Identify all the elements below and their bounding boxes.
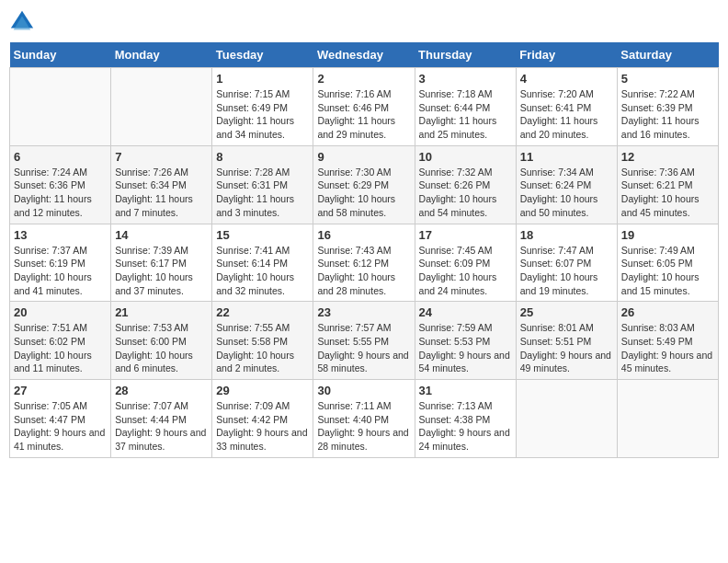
calendar-cell: 6Sunrise: 7:24 AMSunset: 6:36 PMDaylight… [10,145,111,224]
weekday-header: Monday [111,42,212,68]
calendar-cell: 13Sunrise: 7:37 AMSunset: 6:19 PMDayligh… [10,224,111,302]
day-number: 12 [621,150,714,164]
day-number: 15 [216,228,309,242]
day-number: 13 [14,228,107,242]
day-number: 14 [115,228,208,242]
day-info: Sunrise: 7:49 AMSunset: 6:05 PMDaylight:… [621,244,714,298]
calendar-week-row: 13Sunrise: 7:37 AMSunset: 6:19 PMDayligh… [10,224,719,302]
day-info: Sunrise: 7:05 AMSunset: 4:47 PMDaylight:… [14,399,107,454]
day-info: Sunrise: 7:45 AMSunset: 6:09 PMDaylight:… [419,244,512,298]
calendar-cell: 1Sunrise: 7:15 AMSunset: 6:49 PMDaylight… [212,68,313,146]
day-info: Sunrise: 7:16 AMSunset: 6:46 PMDaylight:… [317,87,410,142]
day-info: Sunrise: 7:43 AMSunset: 6:12 PMDaylight:… [317,244,410,298]
weekday-header: Saturday [617,42,718,68]
calendar-cell: 8Sunrise: 7:28 AMSunset: 6:31 PMDaylight… [212,145,313,224]
calendar-cell: 21Sunrise: 7:53 AMSunset: 6:00 PMDayligh… [111,302,212,380]
calendar-table: SundayMondayTuesdayWednesdayThursdayFrid… [9,42,719,458]
calendar-cell: 26Sunrise: 8:03 AMSunset: 5:49 PMDayligh… [617,302,718,380]
calendar-week-row: 27Sunrise: 7:05 AMSunset: 4:47 PMDayligh… [10,380,719,458]
day-number: 22 [216,305,309,319]
weekday-header: Friday [516,42,617,68]
day-number: 27 [14,384,107,397]
calendar-cell: 11Sunrise: 7:34 AMSunset: 6:24 PMDayligh… [516,145,617,224]
header-row: SundayMondayTuesdayWednesdayThursdayFrid… [10,42,719,68]
day-info: Sunrise: 7:18 AMSunset: 6:44 PMDaylight:… [419,87,512,142]
calendar-cell: 16Sunrise: 7:43 AMSunset: 6:12 PMDayligh… [313,224,415,302]
day-info: Sunrise: 7:57 AMSunset: 5:55 PMDaylight:… [317,321,410,375]
day-info: Sunrise: 8:01 AMSunset: 5:51 PMDaylight:… [520,321,613,375]
calendar-cell: 3Sunrise: 7:18 AMSunset: 6:44 PMDaylight… [415,68,516,146]
day-number: 1 [216,72,309,86]
day-number: 29 [216,384,309,397]
calendar-cell: 5Sunrise: 7:22 AMSunset: 6:39 PMDaylight… [617,68,718,146]
calendar-cell: 25Sunrise: 8:01 AMSunset: 5:51 PMDayligh… [516,302,617,380]
day-info: Sunrise: 7:53 AMSunset: 6:00 PMDaylight:… [115,321,208,375]
calendar-cell: 19Sunrise: 7:49 AMSunset: 6:05 PMDayligh… [617,224,718,302]
calendar-cell [10,68,111,146]
weekday-header: Thursday [415,42,516,68]
day-info: Sunrise: 7:07 AMSunset: 4:44 PMDaylight:… [115,399,208,454]
calendar-cell: 30Sunrise: 7:11 AMSunset: 4:40 PMDayligh… [313,380,415,458]
calendar-cell: 23Sunrise: 7:57 AMSunset: 5:55 PMDayligh… [313,302,415,380]
calendar-cell [516,380,617,458]
weekday-header: Wednesday [313,42,415,68]
calendar-cell: 10Sunrise: 7:32 AMSunset: 6:26 PMDayligh… [415,145,516,224]
day-number: 31 [419,384,512,397]
day-info: Sunrise: 7:51 AMSunset: 6:02 PMDaylight:… [14,321,107,375]
day-number: 21 [115,305,208,319]
day-info: Sunrise: 7:26 AMSunset: 6:34 PMDaylight:… [115,166,208,220]
calendar-cell: 20Sunrise: 7:51 AMSunset: 6:02 PMDayligh… [10,302,111,380]
day-info: Sunrise: 7:15 AMSunset: 6:49 PMDaylight:… [216,87,309,142]
calendar-cell: 15Sunrise: 7:41 AMSunset: 6:14 PMDayligh… [212,224,313,302]
day-number: 9 [317,150,410,164]
calendar-cell [617,380,718,458]
day-number: 10 [419,150,512,164]
day-number: 20 [14,305,107,319]
day-info: Sunrise: 7:13 AMSunset: 4:38 PMDaylight:… [419,399,512,454]
day-info: Sunrise: 7:11 AMSunset: 4:40 PMDaylight:… [317,399,410,454]
calendar-cell [111,68,212,146]
calendar-cell: 12Sunrise: 7:36 AMSunset: 6:21 PMDayligh… [617,145,718,224]
day-number: 6 [14,150,107,164]
calendar-cell: 27Sunrise: 7:05 AMSunset: 4:47 PMDayligh… [10,380,111,458]
day-number: 2 [317,72,410,86]
calendar-cell: 4Sunrise: 7:20 AMSunset: 6:41 PMDaylight… [516,68,617,146]
logo [9,9,39,35]
day-number: 23 [317,305,410,319]
day-number: 26 [621,305,714,319]
day-info: Sunrise: 7:32 AMSunset: 6:26 PMDaylight:… [419,166,512,220]
day-info: Sunrise: 7:20 AMSunset: 6:41 PMDaylight:… [520,87,613,142]
weekday-header: Sunday [10,42,111,68]
calendar-cell: 31Sunrise: 7:13 AMSunset: 4:38 PMDayligh… [415,380,516,458]
day-info: Sunrise: 7:28 AMSunset: 6:31 PMDaylight:… [216,166,309,220]
day-number: 4 [520,72,613,86]
logo-icon [9,9,35,35]
day-number: 11 [520,150,613,164]
day-info: Sunrise: 7:39 AMSunset: 6:17 PMDaylight:… [115,244,208,298]
day-info: Sunrise: 7:09 AMSunset: 4:42 PMDaylight:… [216,399,309,454]
day-info: Sunrise: 8:03 AMSunset: 5:49 PMDaylight:… [621,321,714,375]
calendar-cell: 2Sunrise: 7:16 AMSunset: 6:46 PMDaylight… [313,68,415,146]
day-number: 17 [419,228,512,242]
day-number: 25 [520,305,613,319]
calendar-week-row: 1Sunrise: 7:15 AMSunset: 6:49 PMDaylight… [10,68,719,146]
calendar-week-row: 20Sunrise: 7:51 AMSunset: 6:02 PMDayligh… [10,302,719,380]
day-info: Sunrise: 7:24 AMSunset: 6:36 PMDaylight:… [14,166,107,220]
day-number: 24 [419,305,512,319]
calendar-cell: 14Sunrise: 7:39 AMSunset: 6:17 PMDayligh… [111,224,212,302]
day-info: Sunrise: 7:59 AMSunset: 5:53 PMDaylight:… [419,321,512,375]
calendar-cell: 17Sunrise: 7:45 AMSunset: 6:09 PMDayligh… [415,224,516,302]
day-info: Sunrise: 7:37 AMSunset: 6:19 PMDaylight:… [14,244,107,298]
day-number: 8 [216,150,309,164]
day-number: 19 [621,228,714,242]
calendar-cell: 7Sunrise: 7:26 AMSunset: 6:34 PMDaylight… [111,145,212,224]
page-header [9,9,719,35]
day-number: 28 [115,384,208,397]
day-number: 7 [115,150,208,164]
calendar-week-row: 6Sunrise: 7:24 AMSunset: 6:36 PMDaylight… [10,145,719,224]
calendar-cell: 29Sunrise: 7:09 AMSunset: 4:42 PMDayligh… [212,380,313,458]
day-info: Sunrise: 7:41 AMSunset: 6:14 PMDaylight:… [216,244,309,298]
day-info: Sunrise: 7:34 AMSunset: 6:24 PMDaylight:… [520,166,613,220]
calendar-cell: 18Sunrise: 7:47 AMSunset: 6:07 PMDayligh… [516,224,617,302]
day-info: Sunrise: 7:47 AMSunset: 6:07 PMDaylight:… [520,244,613,298]
